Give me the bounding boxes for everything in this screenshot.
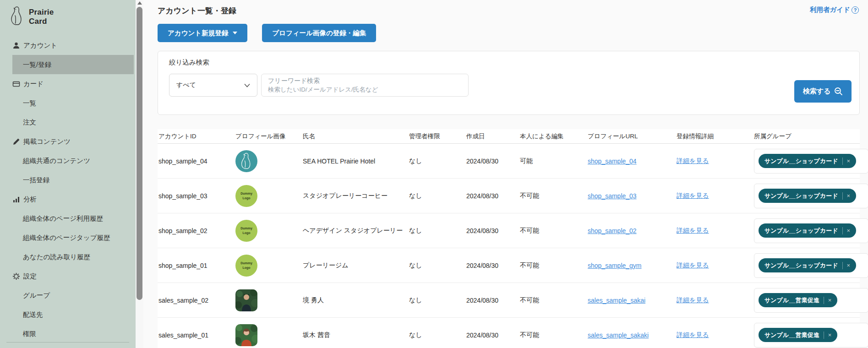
sidebar-item-bulk-register[interactable]: 一括登録 — [0, 170, 136, 190]
brand-name: PrairieCard — [29, 8, 54, 26]
details-link[interactable]: 詳細を見る — [677, 261, 709, 269]
profile-url-link[interactable]: shop_sample_gym — [588, 262, 642, 269]
profile-url-link[interactable]: sales_sample_sakaki — [588, 332, 649, 339]
scroll-up-arrow-icon[interactable] — [137, 1, 142, 5]
sidebar-section-account[interactable]: アカウント — [0, 36, 136, 55]
sidebar-divider — [6, 342, 129, 343]
gear-icon — [12, 272, 20, 280]
search-button[interactable]: 検索する — [794, 80, 852, 103]
sidebar-section-label: 設定 — [23, 272, 37, 281]
table-row: sales_sample_02 境 勇人 なし 2024/08/30 不可能 s… — [158, 283, 860, 318]
group-box: サンプル__営業促進 × — [754, 288, 868, 313]
profile-url-link[interactable]: shop_sample_03 — [588, 192, 637, 200]
user-guide-link[interactable]: 利用者ガイド ? — [810, 5, 859, 14]
col-group: 所属グループ — [754, 132, 860, 141]
profile-url-link[interactable]: shop_sample_02 — [588, 227, 637, 234]
remove-group-icon[interactable]: × — [828, 297, 832, 304]
details-link[interactable]: 詳細を見る — [677, 296, 709, 304]
table-row: sales_sample_01 坂木 茜音 なし 2024/08/30 不可能 … — [158, 318, 860, 348]
group-box: サンプル__ショップカード × — [754, 218, 868, 243]
profile-url-link[interactable]: sales_sample_sakai — [588, 297, 645, 304]
prairie-dog-logo-icon — [9, 5, 25, 28]
sidebar-section-contents[interactable]: 掲載コンテンツ — [0, 132, 136, 151]
profile-url-link[interactable]: shop_sample_04 — [588, 158, 637, 165]
account-name: 坂木 茜音 — [303, 331, 409, 339]
col-profile-url: プロフィールURL — [588, 132, 677, 141]
scrollbar-thumb[interactable] — [136, 7, 142, 300]
chevron-down-icon — [244, 83, 250, 87]
pencil-icon — [12, 138, 20, 146]
created-date: 2024/08/30 — [466, 192, 520, 200]
sidebar-item-org-page-usage[interactable]: 組織全体のページ利用履歴 — [0, 209, 136, 228]
col-self-edit: 本人による編集 — [520, 132, 588, 141]
main-content: アカウント一覧・登録 利用者ガイド ? アカウント新規登録 プロフィール画像の登… — [143, 0, 868, 348]
filter-search-panel: 絞り込み検索 すべて フリーワード検索 検索したいID/メールアドレス/氏名など… — [158, 51, 860, 115]
sidebar-item-shared-contents[interactable]: 組織共通のコンテンツ — [0, 151, 136, 170]
account-name: ヘアデザイン スタジオプレーリー — [303, 227, 409, 235]
filter-dropdown[interactable]: すべて — [169, 74, 257, 97]
avatar: DummyLogo — [235, 185, 257, 207]
sidebar-item-org-page-taps[interactable]: 組織全体のページタップ履歴 — [0, 228, 136, 247]
sidebar-section-settings[interactable]: 設定 — [0, 266, 136, 286]
sidebar-item-card-orders[interactable]: 注文 — [0, 113, 136, 132]
group-box: サンプル__ショップカード × — [754, 184, 868, 208]
profile-image-edit-button[interactable]: プロフィール画像の登録・編集 — [262, 24, 376, 42]
group-box: サンプル__営業促進 × — [754, 323, 868, 348]
table-row: shop_sample_01 DummyLogo プレーリージム なし 2024… — [158, 248, 860, 283]
created-date: 2024/08/30 — [466, 262, 520, 269]
details-link[interactable]: 詳細を見る — [677, 192, 709, 199]
sidebar-section-label: アカウント — [23, 41, 57, 50]
col-profile-image: プロフィール画像 — [235, 132, 303, 141]
self-edit: 不可能 — [520, 331, 588, 339]
table-header-row: アカウントID プロフィール画像 氏名 管理者権限 作成日 本人による編集 プロ… — [158, 129, 860, 144]
self-edit: 不可能 — [520, 296, 588, 304]
freeword-search-input[interactable]: フリーワード検索 検索したいID/メールアドレス/氏名など — [261, 74, 469, 97]
remove-group-icon[interactable]: × — [847, 158, 851, 164]
sidebar-section-analytics[interactable]: 分析 — [0, 190, 136, 209]
sidebar-item-card-list[interactable]: 一覧 — [0, 93, 136, 113]
avatar: DummyLogo — [235, 220, 257, 242]
details-link[interactable]: 詳細を見る — [677, 331, 709, 338]
group-badge: サンプル__営業促進 × — [759, 293, 837, 307]
account-name: SEA HOTEL Prairie Hotel — [303, 158, 409, 165]
admin-permission: なし — [409, 261, 466, 270]
card-icon — [12, 80, 20, 88]
col-admin: 管理者権限 — [409, 132, 466, 141]
account-id: sales_sample_02 — [158, 297, 235, 304]
sidebar-item-your-scan-history[interactable]: あなたの読み取り履歴 — [0, 247, 136, 266]
col-created: 作成日 — [466, 132, 520, 141]
admin-permission: なし — [409, 157, 466, 165]
sidebar-item-shipping[interactable]: 配送先 — [0, 305, 136, 324]
sidebar-menu: アカウント 一覧/登録 カード 一覧 注文 掲載コンテンツ 組織共通のコンテンツ — [0, 36, 136, 343]
sidebar-item-groups[interactable]: グループ — [0, 286, 136, 305]
self-edit: 不可能 — [520, 261, 588, 270]
group-box: サンプル__ショップカード × — [754, 149, 868, 174]
account-id: shop_sample_04 — [158, 158, 235, 165]
details-link[interactable]: 詳細を見る — [677, 227, 709, 234]
col-account-id: アカウントID — [158, 132, 235, 141]
sidebar-section-card[interactable]: カード — [0, 74, 136, 93]
account-id: shop_sample_03 — [158, 192, 235, 200]
group-badge: サンプル__営業促進 × — [759, 328, 837, 342]
remove-group-icon[interactable]: × — [847, 227, 851, 234]
action-buttons: アカウント新規登録 プロフィール画像の登録・編集 — [158, 24, 860, 42]
self-edit: 不可能 — [520, 192, 588, 200]
remove-group-icon[interactable]: × — [847, 262, 851, 269]
group-box: サンプル__ショップカード × — [754, 253, 868, 278]
account-id: sales_sample_01 — [158, 332, 235, 339]
created-date: 2024/08/30 — [466, 158, 520, 165]
vertical-scrollbar[interactable] — [136, 0, 143, 348]
details-link[interactable]: 詳細を見る — [677, 157, 709, 164]
sidebar: PrairieCard アカウント 一覧/登録 カード 一覧 注文 — [0, 0, 136, 348]
page-title: アカウント一覧・登録 — [158, 5, 860, 16]
new-account-button[interactable]: アカウント新規登録 — [158, 24, 247, 42]
brand-logo: PrairieCard — [0, 0, 136, 33]
remove-group-icon[interactable]: × — [828, 332, 832, 338]
sidebar-section-label: 掲載コンテンツ — [23, 137, 71, 146]
filter-search-title: 絞り込み検索 — [169, 58, 848, 67]
remove-group-icon[interactable]: × — [847, 192, 851, 199]
group-badge: サンプル__ショップカード × — [759, 223, 856, 238]
sidebar-item-permissions[interactable]: 権限 — [0, 324, 136, 343]
avatar-photo — [235, 289, 257, 311]
sidebar-item-account-list[interactable]: 一覧/登録 — [12, 55, 134, 74]
